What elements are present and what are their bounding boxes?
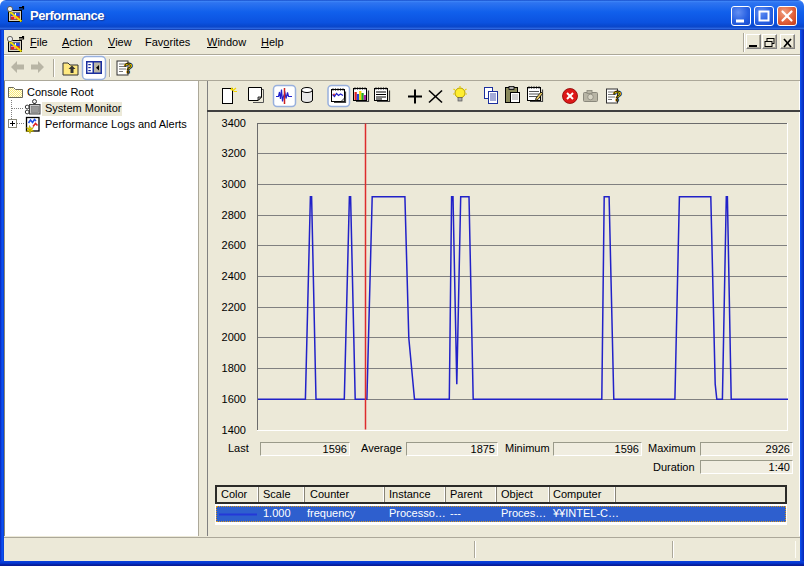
svg-text:?: ?	[613, 87, 622, 104]
svg-text:?: ?	[124, 59, 133, 76]
